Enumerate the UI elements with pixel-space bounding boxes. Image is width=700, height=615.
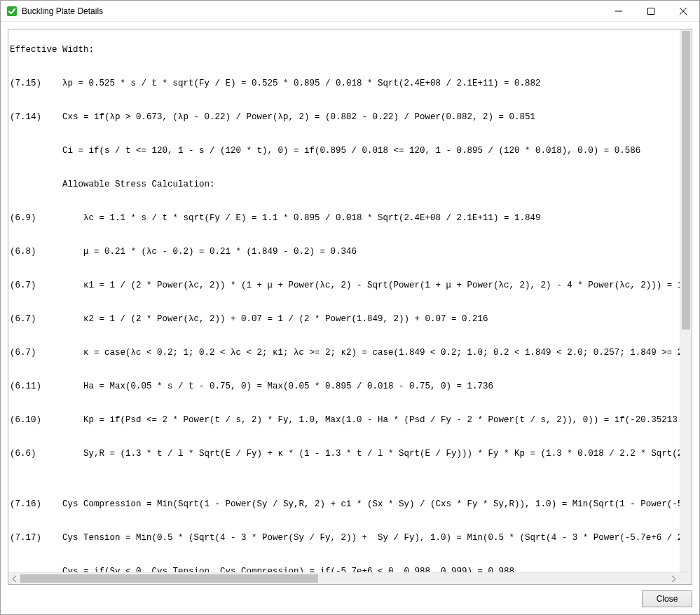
scrollbar-corner [680,572,692,584]
window-title: Buckling Plate Details [22,6,103,16]
close-window-button[interactable] [667,1,699,22]
dialog-footer: Close [8,585,692,607]
svg-rect-1 [648,8,654,14]
horizontal-scroll-track[interactable] [20,573,668,584]
scroll-left-arrow-icon[interactable] [8,573,20,584]
details-text-viewport: Effective Width: (7.15) λp = 0.525 * s /… [8,29,692,584]
vertical-scrollbar[interactable] [680,29,692,572]
titlebar[interactable]: Buckling Plate Details [1,1,699,22]
close-button[interactable]: Close [642,590,692,607]
svg-rect-0 [7,6,17,16]
client-area: Effective Width: (7.15) λp = 0.525 * s /… [1,22,699,614]
dialog-window: Buckling Plate Details Effective Width: … [0,0,700,615]
vertical-scroll-thumb[interactable] [682,31,690,330]
details-text[interactable]: Effective Width: (7.15) λp = 0.525 * s /… [8,39,680,576]
maximize-button[interactable] [635,1,667,22]
horizontal-scroll-thumb[interactable] [20,574,318,583]
app-icon [6,6,18,17]
minimize-button[interactable] [603,1,635,22]
details-text-frame: Effective Width: (7.15) λp = 0.525 * s /… [8,29,692,585]
horizontal-scrollbar[interactable] [8,572,680,584]
scroll-right-arrow-icon[interactable] [668,573,680,584]
